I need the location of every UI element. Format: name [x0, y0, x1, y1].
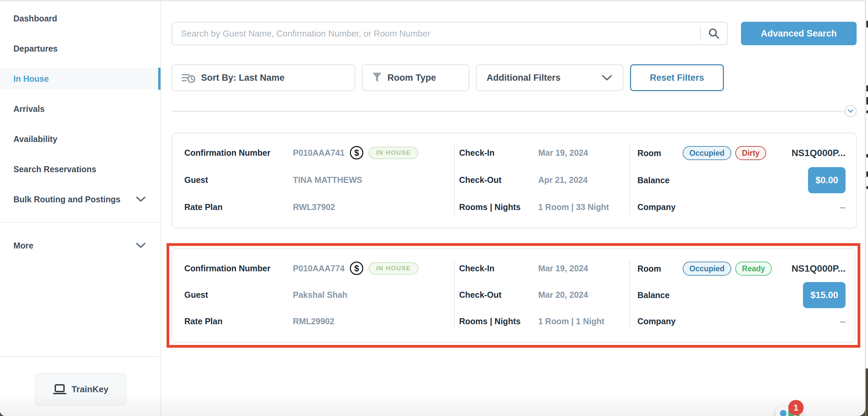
app-window: Dashboard Departures In House Arrivals A… [0, 0, 865, 416]
check-in-label: Check-In [459, 148, 538, 158]
housekeeping-status-pill: Ready [735, 262, 772, 276]
room-type-label: Room Type [388, 73, 436, 83]
stay-dates-column: Check-In Mar 19, 2024 Check-Out Apr 21, … [454, 133, 629, 228]
sidebar-nav: Dashboard Departures In House Arrivals A… [0, 7, 160, 257]
company-label: Company [638, 317, 676, 326]
check-in-label: Check-In [459, 264, 538, 273]
chevron-down-icon [136, 243, 146, 249]
room-label: Room [638, 264, 683, 274]
search-box[interactable] [172, 22, 727, 45]
search-separator [700, 26, 701, 41]
reservation-card[interactable]: Confirmation Number P010AAA741 $ IN HOUS… [172, 133, 857, 228]
in-house-status-badge: IN HOUSE [369, 147, 418, 159]
screenshot-root: Dashboard Departures In House Arrivals A… [0, 0, 868, 416]
check-in-value: Mar 19, 2024 [538, 148, 588, 158]
sort-by-time-icon [182, 72, 196, 84]
company-value: -- [840, 317, 845, 326]
rate-plan-label: Rate Plan [184, 202, 293, 212]
payment-dollar-icon[interactable]: $ [350, 146, 363, 159]
sort-by-button[interactable]: Sort By: Last Name [172, 64, 355, 91]
additional-filters-button[interactable]: Additional Filters [476, 64, 623, 91]
guest-value: Pakshal Shah [293, 290, 347, 300]
confirmation-number-value: P010AAA741 [293, 148, 344, 158]
main-content: Advanced Search Sort By: Last Name [161, 1, 865, 416]
chevron-down-icon [601, 74, 613, 81]
chevron-down-icon [136, 196, 146, 202]
search-row: Advanced Search [172, 22, 857, 45]
reset-filters-button[interactable]: Reset Filters [630, 64, 724, 91]
sidebar-item-departures[interactable]: Departures [0, 37, 160, 60]
advanced-search-button[interactable]: Advanced Search [741, 22, 857, 45]
company-value: -- [840, 202, 845, 212]
balance-button[interactable]: $15.00 [803, 282, 845, 308]
sidebar-item-more[interactable]: More [0, 234, 160, 257]
room-type-button[interactable]: Room Type [362, 64, 469, 91]
rate-plan-label: Rate Plan [184, 317, 293, 326]
reservation-info-column: Confirmation Number P010AAA741 $ IN HOUS… [172, 133, 454, 228]
sidebar: Dashboard Departures In House Arrivals A… [0, 1, 161, 416]
sidebar-item-search-reservations[interactable]: Search Reservations [0, 158, 160, 180]
funnel-icon [372, 72, 382, 84]
sidebar-item-bulk-routing-and-postings[interactable]: Bulk Routing and Postings [0, 188, 160, 210]
trainkey-button[interactable]: TrainKey [35, 373, 126, 406]
rooms-nights-value: 1 Room | 1 Night [538, 317, 604, 326]
room-number-value: NS1Q000P... [792, 148, 845, 158]
sidebar-bottom-divider [0, 356, 160, 357]
sidebar-item-label: Dashboard [13, 14, 57, 24]
occupancy-status-pill: Occupied [683, 146, 731, 160]
sidebar-item-label: Departures [13, 44, 58, 54]
payment-dollar-icon[interactable]: $ [350, 262, 363, 275]
sort-by-label: Sort By: Last Name [201, 73, 284, 83]
sidebar-item-in-house[interactable]: In House [0, 68, 160, 90]
check-out-value: Mar 20, 2024 [538, 290, 588, 300]
divider-line [172, 111, 844, 111]
filter-row: Sort By: Last Name Room Type Additional … [172, 64, 724, 91]
collapse-divider [172, 105, 857, 117]
check-in-value: Mar 19, 2024 [538, 264, 588, 273]
occupancy-status-pill: Occupied [683, 262, 731, 276]
chat-logo-icon [780, 410, 786, 416]
room-number-value: NS1Q000P... [792, 263, 845, 274]
sidebar-item-label: Bulk Routing and Postings [13, 195, 120, 204]
rooms-nights-label: Rooms | Nights [459, 317, 538, 326]
guest-label: Guest [184, 175, 293, 185]
sidebar-item-label: Search Reservations [13, 164, 96, 174]
sidebar-item-dashboard[interactable]: Dashboard [0, 7, 160, 30]
notification-badge: 1 [788, 400, 804, 415]
check-out-label: Check-Out [459, 290, 538, 300]
confirmation-number-label: Confirmation Number [184, 148, 293, 158]
sidebar-item-label: In House [13, 74, 49, 84]
rooms-nights-value: 1 Room | 33 Night [538, 202, 609, 212]
room-balance-column: Room Occupied Dirty NS1Q000P... Balance … [629, 133, 858, 228]
sidebar-divider [0, 222, 160, 223]
sidebar-item-availability[interactable]: Availability [0, 128, 160, 150]
balance-button[interactable]: $0.00 [808, 167, 845, 193]
check-out-label: Check-Out [459, 175, 538, 185]
room-balance-column: Room Occupied Ready NS1Q000P... Balance … [629, 249, 858, 342]
sidebar-item-arrivals[interactable]: Arrivals [0, 98, 160, 120]
sidebar-item-label: Availability [13, 134, 57, 144]
chat-widget-button[interactable]: 1 [776, 407, 801, 416]
trainkey-label: TrainKey [72, 384, 108, 394]
reservation-card[interactable]: Confirmation Number P010AAA774 $ IN HOUS… [172, 248, 855, 343]
chevron-down-icon [847, 109, 854, 113]
rate-plan-value: RML29902 [293, 317, 335, 326]
desktop-background-corner [866, 369, 868, 416]
search-input[interactable] [172, 23, 700, 44]
room-label: Room [638, 149, 683, 158]
additional-filters-label: Additional Filters [487, 73, 561, 83]
sidebar-item-label: More [13, 241, 33, 251]
guest-value: TINA MATTHEWS [293, 175, 362, 185]
balance-label: Balance [638, 290, 670, 300]
confirmation-number-label: Confirmation Number [184, 264, 293, 273]
rate-plan-value: RWL37902 [293, 202, 335, 212]
guest-label: Guest [184, 290, 293, 300]
check-out-value: Apr 21, 2024 [538, 175, 588, 185]
confirmation-number-value: P010AAA774 [293, 264, 344, 273]
balance-label: Balance [638, 175, 670, 185]
collapse-toggle[interactable] [844, 105, 857, 117]
search-icon[interactable] [708, 27, 720, 40]
housekeeping-status-pill: Dirty [735, 146, 766, 160]
laptop-icon [53, 384, 66, 395]
company-label: Company [638, 202, 676, 212]
